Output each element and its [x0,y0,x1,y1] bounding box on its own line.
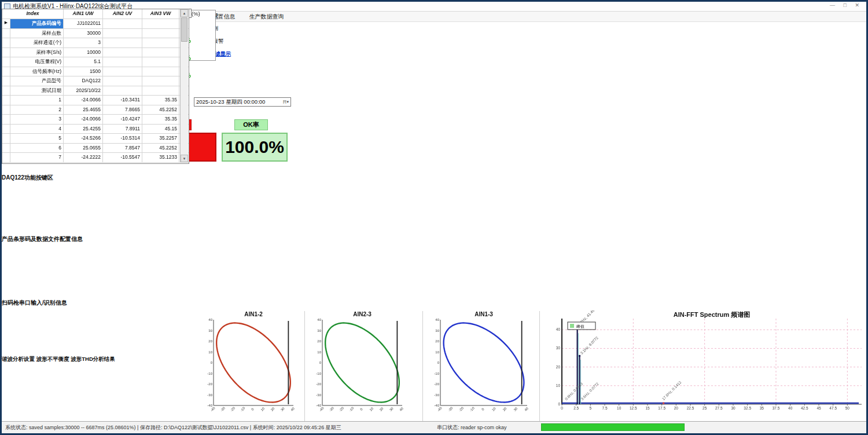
raw-table-row-12[interactable]: 5-24.5266-10.531435.2257 [2,134,189,144]
raw-table-cell-3-1 [103,48,142,57]
raw-table-cell-0-0: JJ1022011 [64,19,103,28]
raw-table-header-2: AIN2 UV [103,9,142,19]
raw-table-row-selector-10 [2,115,10,124]
end-date-value: 2025-10-23 星期四 00:00:00 [196,98,265,106]
raw-table-row-14[interactable]: 7-24.2222-10.554735.1233 [2,153,189,163]
status-text: 系统状态: saved samples:30000 -- 6687ms (25.… [5,424,341,432]
raw-table-header-0: Index [2,9,64,19]
scroll-thumb[interactable] [181,17,187,42]
raw-table-cell-3-2 [142,48,179,57]
raw-table-row-8[interactable]: 1-24.0066-10.343135.35 [2,96,189,105]
raw-table-cell-1-0: 30000 [64,29,103,38]
raw-table-cell-8-1: -10.3431 [103,96,142,105]
raw-table-row-11[interactable]: 425.42557.891145.15 [2,125,189,134]
raw-table-cell-4-0: 5.1 [64,57,103,67]
end-date-picker[interactable]: 2025-10-23 星期四 00:00:00 日▾ [194,97,291,107]
raw-table-cell-10-0: -24.0066 [64,115,103,124]
raw-table-row-selector-13 [2,144,10,153]
raw-table-cell-10-1: -10.4247 [103,115,142,124]
end-date-dropdown-icon[interactable]: 日▾ [282,99,289,105]
raw-table-cell-14-1: -10.5547 [103,153,142,162]
raw-table-cell-0-1 [103,19,142,28]
app-window: 电机检测系统V1 - Hilinx·DAQ122综合测试平台 — □ ✕ 系统·… [0,0,868,435]
lissajous-chart-ain1-3 [424,310,538,419]
lissajous-panel-2 [306,310,413,419]
raw-table-row-label-11: 4 [10,125,64,134]
raw-table-cell-7-1 [103,86,142,96]
lissajous-panel-1 [197,310,304,419]
raw-table-row-9[interactable]: 225.46557.866545.2252 [2,105,189,115]
raw-table-cell-13-1: 7.8547 [103,144,142,153]
raw-table-cell-13-2: 45.2252 [142,144,179,153]
lissajous-panel-3 [424,310,538,419]
raw-table-row-0[interactable]: ▶产品条码编号JJ1022011 [2,19,189,29]
raw-table-row-6[interactable]: 产品型号DAQ122 [2,76,189,86]
raw-table-cell-1-2 [142,29,179,38]
raw-table-row-label-2: 采样通道(个) [10,38,64,47]
raw-table-row-label-10: 3 [10,115,64,124]
raw-table-row-10[interactable]: 3-24.0066-10.424735.35 [2,115,189,125]
raw-table-scrollbar[interactable]: ▲▼ [180,9,188,162]
raw-table-row-label-13: 6 [10,144,64,153]
raw-table-row-selector-12 [2,134,10,143]
serial-status-label: 串口状态: reader sp-com okay [437,424,507,432]
raw-table-header-row: IndexAIN1 UWAIN2 UVAIN3 VW [2,9,189,19]
raw-table: IndexAIN1 UWAIN2 UVAIN3 VW▶产品条码编号JJ10220… [2,9,189,164]
raw-table-cell-9-1: 7.8665 [103,105,142,115]
raw-table-cell-7-0: 2025/10/22 [64,86,103,96]
raw-table-row-label-8: 1 [10,96,64,105]
raw-table-cell-12-0: -24.5266 [64,134,103,143]
raw-table-row-label-7: 测试日期 [10,86,64,96]
raw-table-cell-9-0: 25.4655 [64,105,103,115]
raw-table-row-selector-14 [2,153,10,162]
raw-table-cell-5-2 [142,67,179,76]
raw-table-row-label-1: 采样点数 [10,29,64,38]
raw-table-cell-8-0: -24.0066 [64,96,103,105]
raw-table-cell-11-0: 25.4255 [64,125,103,134]
raw-table-row-label-5: 信号频率(Hz) [10,67,64,76]
raw-table-row-5[interactable]: 信号频率(Hz)1500 [2,67,189,77]
raw-table-cell-4-1 [103,57,142,67]
raw-table-cell-4-2 [142,57,179,67]
raw-table-row-label-12: 5 [10,134,64,143]
counter-label-3: OK率 [234,119,268,130]
raw-table-cell-10-2: 35.35 [142,115,179,124]
counter-value-3: 100.0% [222,133,288,162]
thd-analysis-title: 谐波分析设置 波形不平衡度 波形THD分析结果 [2,356,201,363]
raw-table-row-selector-9 [2,105,10,115]
divider [539,311,540,421]
raw-table-row-label-14: 7 [10,153,64,162]
progress-bar [541,423,685,431]
raw-table-row-selector-11 [2,125,10,134]
raw-table-cell-14-0: -24.2222 [64,153,103,162]
fft-chart [541,310,868,419]
raw-table-cell-6-0: DAQ122 [64,76,103,86]
divider [304,311,305,421]
raw-table-cell-6-2 [142,76,179,86]
menu-item-4[interactable]: 生产数据查询 [242,13,291,21]
raw-table-cell-12-2: 35.2257 [142,134,179,143]
raw-table-row-1[interactable]: 采样点数30000 [2,29,189,39]
raw-table-cell-8-2: 35.35 [142,96,179,105]
window-controls[interactable]: — □ ✕ [830,2,863,8]
raw-table-row-label-9: 2 [10,105,64,115]
raw-table-row-selector-4 [2,57,10,67]
barcode-panel-title: 产品条形码及数据文件配置信息 [2,235,109,243]
raw-table-row-label-6: 产品型号 [10,76,64,86]
raw-table-row-4[interactable]: 电压量程(V)5.1 [2,57,189,67]
raw-table-cell-11-1: 7.8911 [103,125,142,134]
raw-table-row-13[interactable]: 625.06557.854745.2252 [2,144,189,153]
raw-table-row-2[interactable]: 采样通道(个)3 [2,38,189,48]
raw-table-header-1: AIN1 UW [64,9,103,19]
scroll-down-button[interactable]: ▼ [181,155,188,162]
raw-table-cell-0-2 [142,19,179,28]
raw-table-row-3[interactable]: 采样率(S/s)10000 [2,48,189,58]
raw-table-row-7[interactable]: 测试日期2025/10/22 [2,86,189,96]
raw-table-cell-14-2: 35.1233 [142,153,179,162]
scroll-up-button[interactable]: ▲ [181,9,188,17]
raw-table-cell-13-0: 25.0655 [64,144,103,153]
raw-table-row-label-3: 采样率(S/s) [10,48,64,57]
status-bar: 系统状态: saved samples:30000 -- 6687ms (25.… [2,421,866,433]
raw-table-cell-3-0: 10000 [64,48,103,57]
raw-table-row-selector-5 [2,67,10,76]
